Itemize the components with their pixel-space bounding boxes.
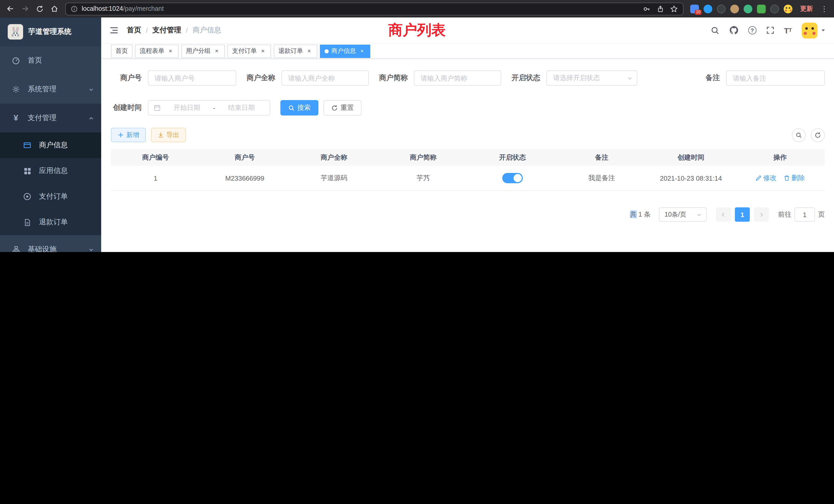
sidebar-item-label: 应用信息 [39, 166, 94, 176]
sidebar-item-payment-management[interactable]: ¥ 支付管理 [0, 104, 101, 132]
select-placeholder: 请选择开启状态 [553, 73, 600, 83]
browser-forward-icon[interactable] [21, 5, 29, 13]
filter-merchant-no: 商户号 [111, 70, 236, 86]
sidebar-logo[interactable]: 🐰 芋道管理系统 [0, 18, 101, 46]
github-icon[interactable] [729, 26, 738, 35]
pagination-total: 共 1 条 [630, 210, 651, 219]
add-button[interactable]: 新增 [111, 128, 146, 142]
extension-icon[interactable] [744, 4, 752, 13]
breadcrumb-separator: / [146, 26, 148, 35]
browser-menu-icon[interactable]: ⋮ [821, 5, 828, 13]
font-size-icon[interactable]: TT [784, 26, 792, 34]
delete-link[interactable]: 删除 [784, 174, 805, 183]
extension-icon[interactable] [730, 4, 739, 13]
search-button[interactable]: 搜索 [280, 100, 319, 115]
status-select[interactable]: 请选择开启状态 [546, 70, 637, 86]
active-dot [325, 49, 329, 53]
yen-icon: ¥ [10, 114, 22, 122]
full-name-input[interactable] [281, 70, 369, 86]
prev-page-button[interactable] [716, 207, 731, 222]
remark-input[interactable] [726, 70, 825, 86]
tab-merchant-info[interactable]: 商户信息× [320, 44, 370, 58]
tab-home[interactable]: 首页 [111, 44, 132, 58]
hamburger-icon[interactable] [109, 26, 118, 35]
next-page-button[interactable] [754, 207, 769, 222]
close-tab-icon[interactable]: × [259, 47, 266, 55]
goto-page-input[interactable] [794, 207, 815, 222]
sidebar-item-home[interactable]: 首页 [0, 46, 101, 75]
address-bar[interactable]: localhost:1024/pay/merchant [65, 2, 683, 15]
merchant-no-input[interactable] [148, 70, 236, 86]
tab-process-form[interactable]: 流程表单× [135, 44, 179, 58]
sidebar-item-label: 基础设施 [28, 245, 88, 252]
gear-icon [10, 85, 22, 93]
page-size-value: 10条/页 [664, 210, 686, 219]
refresh-table-button[interactable] [811, 128, 825, 142]
close-tab-icon[interactable]: × [167, 47, 174, 55]
toggle-search-button[interactable] [792, 128, 806, 142]
reset-button[interactable]: 重置 [324, 100, 361, 115]
tab-payment-orders[interactable]: 支付订单× [227, 44, 271, 58]
pagination-total-rest: 1 条 [637, 210, 651, 218]
tab-label: 首页 [115, 47, 128, 55]
column-header: 创建时间 [646, 153, 736, 162]
extension-icon[interactable] [717, 4, 726, 13]
status-toggle[interactable] [502, 173, 523, 183]
password-key-icon[interactable] [643, 5, 651, 13]
close-tab-icon[interactable]: × [358, 47, 366, 55]
extension-badge: 10 [695, 9, 702, 15]
share-icon[interactable] [657, 5, 664, 13]
help-icon[interactable]: ? [748, 26, 756, 35]
column-header: 备注 [557, 153, 646, 162]
tab-refund-orders[interactable]: 退款订单× [274, 44, 317, 58]
extension-icon[interactable] [704, 4, 712, 13]
profile-avatar[interactable] [784, 4, 792, 13]
page-unit-label: 页 [818, 210, 825, 219]
tab-label: 支付订单 [232, 47, 257, 55]
sidebar-item-app-info[interactable]: 应用信息 [0, 158, 101, 184]
column-header: 操作 [736, 153, 825, 162]
extension-icon[interactable] [770, 4, 779, 13]
bookmark-star-icon[interactable] [670, 5, 678, 13]
fullscreen-icon[interactable] [766, 26, 774, 35]
date-range-picker[interactable]: 开始日期 - 结束日期 [148, 100, 270, 115]
extension-icon[interactable]: 10 [690, 4, 699, 13]
calendar-icon [154, 104, 161, 111]
export-button[interactable]: 导出 [151, 128, 186, 142]
page-number-button[interactable]: 1 [735, 207, 750, 222]
user-avatar-menu[interactable] [802, 22, 826, 38]
chevron-up-icon [88, 115, 94, 121]
browser-home-icon[interactable] [50, 5, 59, 13]
edit-link[interactable]: 修改 [755, 174, 776, 183]
sidebar-menu: 首页 系统管理 ¥ 支付管理 [0, 46, 101, 252]
extension-icon[interactable] [757, 4, 766, 13]
column-header: 商户简称 [379, 153, 468, 162]
filter-remark: 备注 [706, 70, 825, 86]
target-icon [22, 192, 33, 201]
site-info-icon[interactable] [71, 5, 78, 12]
browser-back-icon[interactable] [6, 5, 14, 13]
close-tab-icon[interactable]: × [306, 47, 313, 55]
breadcrumb-section[interactable]: 支付管理 [153, 26, 181, 35]
sidebar-item-infrastructure[interactable]: 基础设施 [0, 235, 101, 252]
sidebar-item-system-management[interactable]: 系统管理 [0, 75, 101, 104]
column-header: 开启状态 [468, 153, 557, 162]
chrome-update-button[interactable]: 更新 [800, 4, 813, 13]
sidebar-item-refund-orders[interactable]: 退款订单 [0, 209, 101, 235]
url-path: /pay/merchant [123, 5, 163, 12]
extensions-cluster: 10 [690, 4, 792, 13]
breadcrumb: 首页 / 支付管理 / 商户信息 [127, 26, 221, 35]
logo-avatar: 🐰 [8, 24, 23, 40]
sidebar-item-payment-orders[interactable]: 支付订单 [0, 184, 101, 209]
close-tab-icon[interactable]: × [213, 47, 220, 55]
search-icon[interactable] [710, 26, 719, 35]
sidebar-item-merchant-info[interactable]: 商户信息 [0, 132, 101, 158]
page-size-select[interactable]: 10条/页 [659, 207, 707, 222]
date-start-placeholder: 开始日期 [164, 103, 210, 112]
short-name-input[interactable] [414, 70, 501, 86]
column-header: 商户全称 [289, 153, 379, 162]
breadcrumb-home[interactable]: 首页 [127, 26, 141, 35]
tab-user-group[interactable]: 用户分组× [181, 44, 225, 58]
sidebar-item-label: 商户信息 [39, 141, 94, 150]
browser-refresh-icon[interactable] [36, 5, 44, 13]
